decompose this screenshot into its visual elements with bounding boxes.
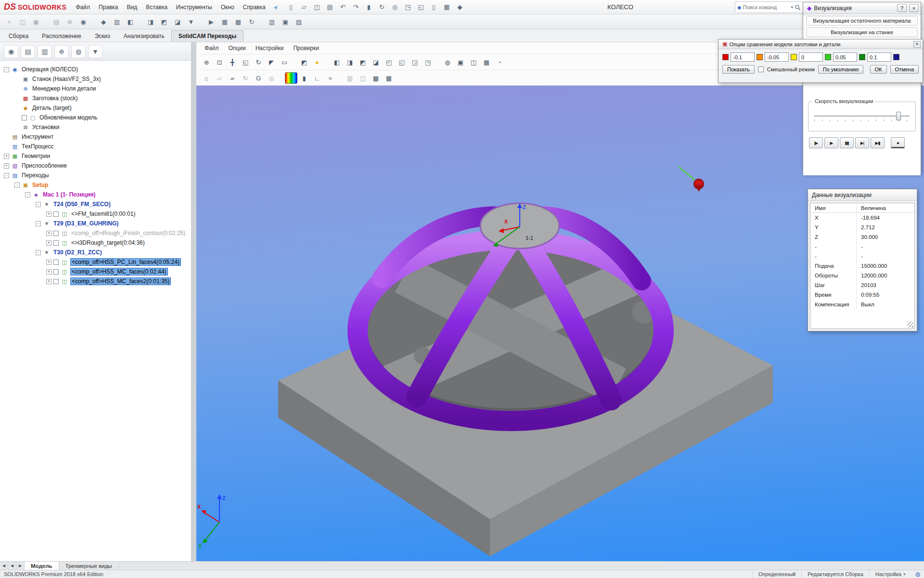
note-icon[interactable]: ▯ (428, 2, 439, 13)
sc-simulate-icon[interactable]: ▶ (205, 16, 218, 27)
hologram-icon[interactable]: ◍ (71, 45, 86, 58)
menu-item[interactable]: Справка (239, 1, 270, 13)
checkbox[interactable] (53, 260, 59, 265)
tolerance-color-swatch[interactable] (722, 54, 729, 60)
view-back-icon[interactable]: ◨ (344, 56, 356, 68)
machine-visualization-button[interactable]: Визуализация на станке (806, 27, 918, 37)
document-tab[interactable]: Трехмерные виды (59, 562, 119, 570)
customize-menu[interactable]: Настройка ▾ (869, 570, 911, 578)
sc-doc-icon[interactable]: ▥ (266, 16, 278, 27)
sc-turning-icon[interactable]: ◪ (171, 16, 184, 27)
checkbox[interactable] (53, 269, 59, 275)
zoom-in-out-icon[interactable]: ⊕ (200, 56, 213, 68)
speed-slider-thumb[interactable] (896, 112, 901, 120)
tree-item[interactable]: ▣ Станок (HaasVF2_SS_3x) (0, 74, 191, 84)
mixed-mode-checkbox[interactable] (758, 66, 764, 72)
zoom-fit-icon[interactable]: ◱ (239, 56, 252, 68)
visualization-panel-header[interactable]: ◆ Визуализация ? × (803, 2, 921, 14)
ribbon-tab[interactable]: Анализировать (117, 31, 171, 42)
expander-icon[interactable]: + (46, 279, 51, 284)
ribbon-tab[interactable]: Сборка (2, 31, 35, 42)
expander-icon[interactable]: - (36, 221, 41, 226)
tree-item[interactable]: ▥ ТехПроцесс (0, 142, 191, 151)
ribbon-tab[interactable]: Расположение (35, 31, 88, 42)
tree-item[interactable]: - ▨ Переходы (0, 171, 191, 180)
sc-gcode-icon[interactable]: ▦ (218, 16, 231, 27)
menu-item[interactable]: Вставка (141, 1, 172, 13)
show-button[interactable]: Показать (722, 65, 755, 74)
close-button[interactable]: × (909, 4, 919, 12)
tree-item[interactable]: + ◫ <comp_off>HSS_MC_faces(0:02:44) (0, 267, 191, 276)
gauge-icon[interactable]: ∟ (311, 72, 323, 84)
tolerance-input[interactable]: -0.05 (765, 53, 789, 62)
tree-item[interactable]: + ◫ <>FM_facemill1(0:00:01) (0, 209, 191, 219)
eject-button[interactable]: ▲ (891, 137, 905, 148)
expander-icon[interactable]: + (46, 231, 51, 236)
menu-item[interactable]: Вид (123, 1, 142, 13)
tools-table-icon[interactable]: ▥ (38, 45, 52, 58)
tree-item[interactable]: - ▼ T29 (D3_EM_GUHRING) (0, 219, 191, 228)
tree-item[interactable]: + ◫ <comp_off>HSS_MC_faces2(0:01:35) (0, 276, 191, 286)
tolerance-input[interactable]: 0 (799, 53, 823, 62)
expander-icon[interactable]: + (4, 154, 9, 159)
resize-grip[interactable] (907, 321, 913, 328)
sc-sync-icon[interactable]: ↻ (245, 16, 258, 27)
ribbon-tab[interactable]: SolidCAM Переходы (171, 30, 244, 42)
window-split-icon[interactable]: ◫ (467, 56, 480, 68)
save-icon[interactable]: ◫ (311, 2, 322, 13)
tolerance-input[interactable]: -0.1 (731, 53, 755, 62)
sc-report-icon[interactable]: ▣ (279, 16, 292, 27)
tree-item[interactable]: - ▼ T30 (D2_R1_ZCC) (0, 248, 191, 257)
expander-icon[interactable]: - (4, 67, 9, 72)
sc-3d-milling-icon[interactable]: ◨ (144, 16, 157, 27)
tree-item[interactable]: + ◫ <>i3DRough_target(0:04:36) (0, 238, 191, 248)
menu-item[interactable]: Окно (217, 1, 239, 13)
expander-icon[interactable]: + (46, 260, 51, 265)
rebuild-icon[interactable]: ↻ (376, 2, 387, 13)
tree-item[interactable]: - ◈ Mac 1 (1- Позиция) (0, 190, 191, 199)
highlight-bulb-icon[interactable]: ● (311, 56, 323, 68)
sc-target-icon[interactable]: ◆ (97, 16, 110, 27)
close-icon[interactable]: × (3, 16, 15, 27)
pause-button[interactable]: ▮▮ (840, 137, 854, 148)
expander-icon[interactable]: - (25, 192, 30, 197)
checkbox[interactable] (53, 279, 59, 284)
cancel-button[interactable]: Отмена (890, 65, 919, 74)
view-front-icon[interactable]: ◧ (331, 56, 343, 68)
tree-item[interactable]: + ▦ Геометрии (0, 151, 191, 161)
components-icon[interactable]: ▦ (441, 2, 452, 13)
menu-item[interactable]: Правка (94, 1, 123, 13)
select-arrow-icon[interactable]: ◤ (265, 56, 278, 68)
step-to-end-button[interactable]: ▶▮ (871, 137, 885, 148)
window-quad-icon[interactable]: ▦ (480, 56, 493, 68)
compare-view-icon[interactable]: ◔ (493, 56, 506, 68)
chart-icon[interactable]: ≈ (324, 72, 336, 84)
rotate-view-icon[interactable]: ↻ (252, 56, 265, 68)
deviation-rainbow-icon[interactable] (285, 72, 297, 84)
command-search[interactable]: ◆ ▾ (735, 1, 803, 13)
new-document-icon[interactable]: ▯ (285, 2, 296, 13)
sc-save-icon[interactable]: ◫ (16, 16, 29, 27)
view-iso-icon[interactable]: ◲ (409, 56, 421, 68)
play-to-end-button[interactable]: ▶| (855, 137, 869, 148)
options-icon[interactable]: ◎ (389, 2, 400, 13)
sc-calc-icon[interactable]: ▩ (232, 16, 244, 27)
tree-item[interactable]: + ▧ Приспособление (0, 161, 191, 171)
tolerance-color-swatch[interactable] (893, 54, 899, 60)
tolerance-input[interactable]: 0.05 (833, 53, 857, 62)
view-right-icon[interactable]: ◪ (370, 56, 382, 68)
sc-2d-milling-icon[interactable]: ◧ (124, 16, 137, 27)
sc-copy-icon[interactable]: ▣ (30, 16, 42, 27)
default-button[interactable]: По умолчанию (818, 65, 863, 74)
view-left-icon[interactable]: ◩ (357, 56, 369, 68)
document-tab[interactable]: Модель (25, 562, 59, 570)
panel-splitter[interactable] (192, 42, 196, 561)
sc-drill-icon[interactable]: ▼ (185, 16, 197, 27)
report-icon[interactable]: ▥ (344, 72, 356, 84)
sc-coordsys-icon[interactable]: ⊕ (64, 16, 76, 27)
tree-item[interactable]: ▢ Обновлённая модель (0, 113, 191, 122)
expander-icon[interactable]: + (4, 163, 9, 169)
search-input[interactable] (743, 4, 789, 10)
tree-item[interactable]: - ▼ T24 (D50_FM_SECO) (0, 199, 191, 209)
search-icon[interactable] (795, 4, 801, 11)
